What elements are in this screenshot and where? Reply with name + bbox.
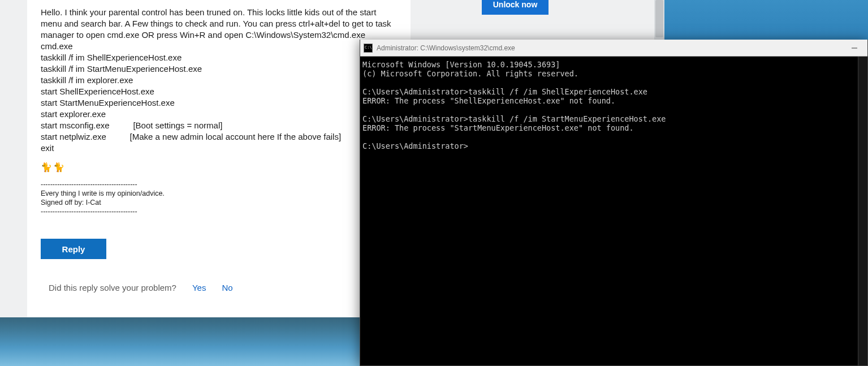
post-signature: ----------------------------------------… [41,180,397,216]
cmd-window[interactable]: Administrator: C:\Windows\system32\cmd.e… [360,40,868,366]
cmd-title-text: Administrator: C:\Windows\system32\cmd.e… [377,44,515,52]
reply-button[interactable]: Reply [41,239,106,259]
signature-rule: ----------------------------------------… [41,207,397,216]
post-line: start StartMenuExperienceHost.exe [41,97,397,109]
signature-rule: ----------------------------------------… [41,180,397,189]
cmd-client-area[interactable]: Microsoft Windows [Version 10.0.19045.36… [360,57,867,365]
feedback-row: Did this reply solve your problem? Yes N… [41,283,397,292]
minimize-icon [852,45,857,51]
post-line: start explorer.exe [41,109,397,120]
post-emoji: 🐈🐈 [41,162,397,173]
post-line: taskkill /f im explorer.exe [41,75,397,86]
signature-line: Every thing I write is my opinion/advice… [41,189,397,198]
post-line: taskkill /f im StartMenuExperienceHost.e… [41,63,397,75]
feedback-question: Did this reply solve your problem? [49,283,176,292]
post-body: Hello. I think your parental control has… [41,7,397,216]
post-line: start netplwiz.exe [Make a new admin loc… [41,131,397,143]
forum-post-card: Hello. I think your parental control has… [27,0,411,317]
post-line: start msconfig.exe [Boot settings = norm… [41,120,397,131]
browser-scrollbar-thumb[interactable] [655,0,663,37]
cmd-scrollbar[interactable] [858,57,867,365]
feedback-no-link[interactable]: No [222,283,232,292]
cmd-app-icon [364,44,373,53]
post-line: exit [41,143,397,154]
post-line: start ShellExperienceHost.exe [41,86,397,97]
post-line: taskkill /f im ShellExperienceHost.exe [41,52,397,63]
cmd-titlebar[interactable]: Administrator: C:\Windows\system32\cmd.e… [360,40,867,57]
feedback-yes-link[interactable]: Yes [192,283,206,292]
post-line: cmd.exe [41,41,397,52]
unlock-now-button[interactable]: Unlock now [482,0,549,15]
signature-line: Signed off by: I-Cat [41,198,397,207]
post-paragraph: Hello. I think your parental control has… [41,7,397,41]
minimize-button[interactable] [841,40,867,57]
